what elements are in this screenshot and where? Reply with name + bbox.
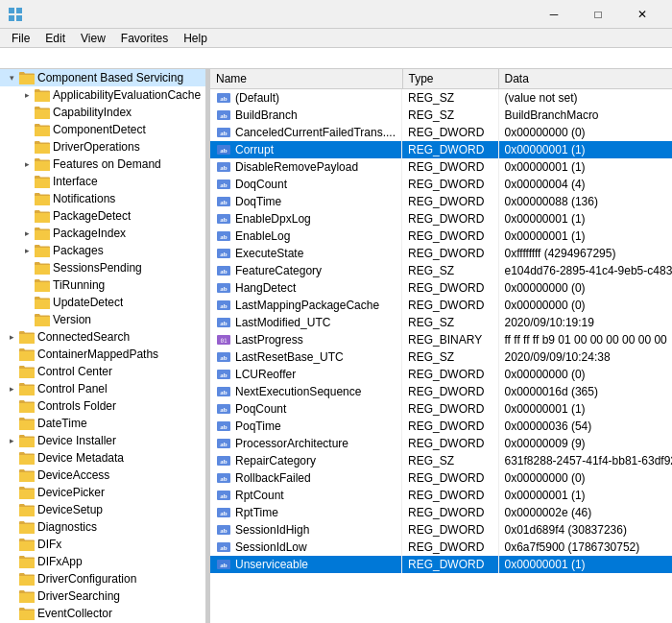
tree-item[interactable]: Diagnostics	[0, 518, 205, 536]
registry-value-icon: ab	[216, 349, 231, 365]
tree-item[interactable]: DateTime	[0, 415, 205, 432]
tree-item[interactable]: ▸PackageIndex	[0, 225, 205, 242]
cell-name: abLastModified_UTC	[210, 314, 402, 331]
table-row[interactable]: abSessionIdLowREG_DWORD0x6a7f5900 (17867…	[210, 539, 672, 556]
tree-item[interactable]: DriverOperations	[0, 138, 205, 156]
cell-type: REG_DWORD	[402, 245, 498, 262]
tree-item-label: ConnectedSearch	[37, 330, 130, 344]
menu-item-edit[interactable]: Edit	[37, 29, 73, 48]
table-row[interactable]: 01LastProgressREG_BINARYff ff ff ff b9 0…	[210, 331, 672, 348]
table-row[interactable]: abLastResetBase_UTCREG_SZ2020/09/09/10:2…	[210, 348, 672, 366]
table-row[interactable]: abEnableDpxLogREG_DWORD0x00000001 (1)	[210, 210, 672, 228]
tree-item[interactable]: ▾Component Based Servicing	[0, 69, 205, 86]
tree-item[interactable]: ComponentDetect	[0, 121, 205, 138]
table-row[interactable]: abPoqTimeREG_DWORD0x00000036 (54)	[210, 418, 672, 435]
tree-item[interactable]: Interface	[0, 173, 205, 190]
col-type: Type	[402, 69, 498, 88]
table-row[interactable]: abDisableRemovePayloadREG_DWORD0x0000000…	[210, 158, 672, 176]
tree-item[interactable]: ContainerMappedPaths	[0, 346, 205, 363]
tree-item-label: Features on Demand	[53, 157, 161, 171]
table-row[interactable]: abNextExecutionSequenceREG_DWORD0x000001…	[210, 383, 672, 400]
tree-item-label: DIFxApp	[37, 555, 83, 568]
tree-item[interactable]: Version	[0, 311, 205, 328]
value-name: NextExecutionSequence	[235, 385, 361, 398]
tree-item-label: Device Installer	[37, 434, 116, 447]
tree-item[interactable]: Controls Folder	[0, 397, 205, 415]
tree-item-label: DIFx	[37, 538, 61, 551]
tree-item[interactable]: Device Metadata	[0, 449, 205, 467]
tree-item[interactable]: UpdateDetect	[0, 294, 205, 311]
table-row[interactable]: abLCUReofferREG_DWORD0x00000000 (0)	[210, 366, 672, 383]
tree-item-label: Version	[53, 313, 91, 326]
tree-item[interactable]: EventCollector	[0, 605, 205, 622]
tree-item[interactable]: DevicePicker	[0, 484, 205, 501]
tree-item-label: SessionsPending	[53, 261, 142, 275]
table-row[interactable]: abPoqCountREG_DWORD0x00000001 (1)	[210, 400, 672, 418]
folder-icon	[19, 416, 35, 431]
table-row[interactable]: abUnserviceableREG_DWORD0x00000001 (1)	[210, 556, 672, 573]
tree-item[interactable]: SessionsPending	[0, 259, 205, 276]
menu-item-help[interactable]: Help	[176, 29, 215, 48]
table-row[interactable]: abSessionIdHighREG_DWORD0x01d689f4 (3083…	[210, 521, 672, 539]
table-row[interactable]: abFeatureCategoryREG_SZe104dd76-2895-41c…	[210, 262, 672, 279]
tree-item[interactable]: ▸Packages	[0, 242, 205, 259]
close-button[interactable]: ✕	[620, 0, 664, 29]
registry-value-icon: ab	[216, 194, 231, 209]
table-row[interactable]: abLastMappingPackageCacheREG_DWORD0x0000…	[210, 297, 672, 314]
table-row[interactable]: abExecuteStateREG_DWORD0xffffffff (42949…	[210, 245, 672, 262]
svg-text:ab: ab	[220, 354, 228, 362]
tree-toggle-icon	[4, 605, 19, 622]
cell-data: 631f8288-2457-41f4-bb81-63df92	[498, 452, 672, 469]
tree-toggle-icon	[4, 518, 19, 536]
table-row[interactable]: abCanceledCurrentFailedTrans....REG_DWOR…	[210, 124, 672, 141]
folder-icon	[35, 208, 50, 224]
menu-item-file[interactable]: File	[4, 29, 37, 48]
tree-item[interactable]: Control Center	[0, 363, 205, 380]
folder-icon	[35, 174, 50, 189]
value-name: RptTime	[235, 506, 278, 519]
tree-item[interactable]: PackageDetect	[0, 207, 205, 225]
table-row[interactable]: abRollbackFailedREG_DWORD0x00000000 (0)	[210, 469, 672, 487]
table-row[interactable]: ab(Default)REG_SZ(value not set)	[210, 88, 672, 107]
table-row[interactable]: abRptTimeREG_DWORD0x0000002e (46)	[210, 504, 672, 521]
table-row[interactable]: abDoqTimeREG_DWORD0x00000088 (136)	[210, 193, 672, 210]
cell-name: ab(Default)	[210, 89, 402, 107]
tree-item[interactable]: TiRunning	[0, 276, 205, 294]
tree-item[interactable]: Notifications	[0, 190, 205, 207]
cell-name: abCanceledCurrentFailedTrans....	[210, 124, 402, 141]
maximize-button[interactable]: □	[576, 0, 620, 29]
value-name: HangDetect	[235, 281, 296, 295]
tree-toggle-icon	[4, 449, 19, 467]
tree-item[interactable]: ▸ApplicabilityEvaluationCache	[0, 86, 205, 104]
tree-item[interactable]: DeviceAccess	[0, 467, 205, 484]
tree-item[interactable]: ▸Features on Demand	[0, 156, 205, 173]
tree-item[interactable]: DriverSearching	[0, 587, 205, 605]
table-row[interactable]: abLastModified_UTCREG_SZ2020/09/10:19:19	[210, 314, 672, 331]
registry-value-icon: ab	[216, 505, 231, 520]
menu-item-view[interactable]: View	[73, 29, 113, 48]
table-row[interactable]: abHangDetectREG_DWORD0x00000000 (0)	[210, 279, 672, 297]
tree-item[interactable]: ▸ConnectedSearch	[0, 328, 205, 346]
table-row[interactable]: abCorruptREG_DWORD0x00000001 (1)	[210, 141, 672, 158]
table-row[interactable]: abRptCountREG_DWORD0x00000001 (1)	[210, 487, 672, 504]
tree-item-label: CapabilityIndex	[53, 106, 132, 119]
tree-toggle-icon	[19, 311, 35, 328]
folder-icon	[35, 156, 50, 172]
tree-item[interactable]: DIFx	[0, 536, 205, 553]
table-row[interactable]: abDoqCountREG_DWORD0x00000004 (4)	[210, 176, 672, 193]
table-row[interactable]: abBuildBranchREG_SZBuildBranchMacro	[210, 107, 672, 124]
tree-toggle-icon	[19, 294, 35, 311]
table-row[interactable]: abProcessorArchitectureREG_DWORD0x000000…	[210, 435, 672, 452]
menu-item-favorites[interactable]: Favorites	[113, 29, 176, 48]
table-row[interactable]: abRepairCategoryREG_SZ631f8288-2457-41f4…	[210, 452, 672, 469]
table-row[interactable]: abEnableLogREG_DWORD0x00000001 (1)	[210, 228, 672, 245]
cell-data: 0x01d689f4 (30837236)	[498, 521, 672, 539]
tree-item[interactable]: CapabilityIndex	[0, 104, 205, 121]
tree-item[interactable]: DriverConfiguration	[0, 570, 205, 587]
tree-item[interactable]: ▸Control Panel	[0, 380, 205, 397]
tree-item[interactable]: DeviceSetup	[0, 501, 205, 518]
tree-item[interactable]: ▸Device Installer	[0, 432, 205, 449]
minimize-button[interactable]: ─	[532, 0, 576, 29]
cell-data: 0x00000001 (1)	[498, 141, 672, 158]
tree-item[interactable]: DIFxApp	[0, 553, 205, 570]
